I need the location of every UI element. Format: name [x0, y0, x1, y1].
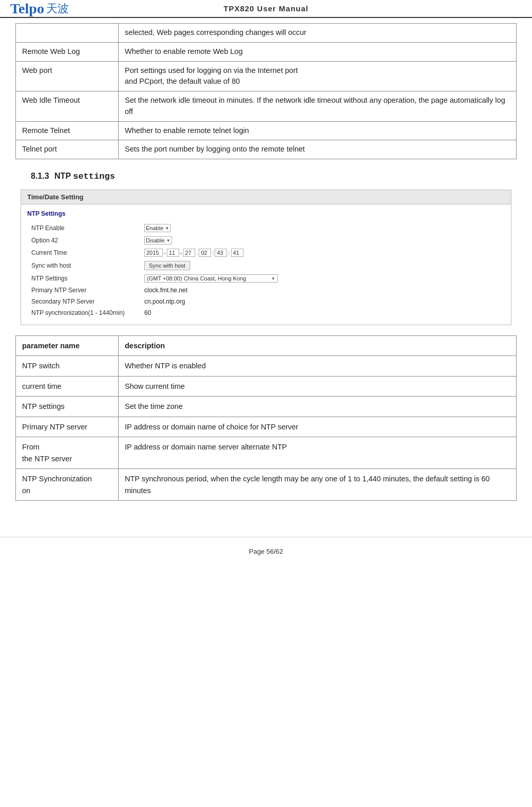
time-separator: : — [212, 250, 214, 256]
table-row — [16, 24, 119, 43]
screenshot-section-label: NTP Settings — [27, 209, 505, 219]
time-separator: : — [228, 250, 230, 256]
param-description: Show current time — [119, 376, 517, 396]
param-table-header: parameter name — [16, 336, 119, 356]
top-table: selected, Web pages corresponding change… — [15, 23, 517, 159]
param-name: Fromthe NTP server — [16, 437, 119, 469]
logo-text: Telpo — [10, 1, 44, 17]
param-name: NTP switch — [16, 356, 119, 376]
screenshot-field-value: (GMT +08:00) China Coast, Hong Kong — [140, 272, 505, 285]
screenshot-panel-title: Time/Date Setting — [21, 190, 511, 204]
screenshot-field-value[interactable]: Enable — [140, 222, 505, 234]
time-value: 2015 — [144, 249, 163, 257]
param-name: NTP Synchronizationon — [16, 469, 119, 501]
page-footer: Page 56/62 — [0, 537, 532, 560]
main-content: selected, Web pages corresponding change… — [0, 18, 532, 521]
page-header: Telpo 天波 TPX820 User Manual — [0, 0, 532, 18]
screenshot-table: NTP EnableEnableOption 42DisableCurrent … — [27, 222, 505, 318]
table-row: Port settings used for logging on via th… — [119, 61, 517, 91]
table-row: Set the network idle timeout in minutes.… — [119, 91, 517, 122]
screenshot-field-label: NTP Enable — [27, 222, 140, 234]
screenshot-button[interactable]: Sync with host — [144, 261, 190, 270]
section-title: settings — [73, 172, 115, 181]
table-row: Whether to enable remote Web Log — [119, 42, 517, 61]
time-separator: . — [196, 250, 198, 256]
header-title: TPX820 User Manual — [223, 4, 309, 13]
table-row: selected, Web pages corresponding change… — [119, 24, 517, 43]
param-table: parameter namedescriptionNTP switchWheth… — [15, 335, 517, 501]
table-row: Whether to enable remote telnet login — [119, 121, 517, 140]
table-row: Remote Web Log — [16, 42, 119, 61]
param-name: NTP settings — [16, 397, 119, 417]
screenshot-field-value: cn.pool.ntp.org — [140, 296, 505, 307]
screenshot-body: NTP Settings NTP EnableEnableOption 42Di… — [21, 204, 511, 325]
logo: Telpo 天波 — [10, 1, 69, 17]
param-name: Primary NTP server — [16, 417, 119, 437]
screenshot-text-value: cn.pool.ntp.org — [144, 298, 185, 305]
param-description: Whether NTP is enabled — [119, 356, 517, 376]
time-value: 43 — [215, 249, 227, 257]
param-description: Set the time zone — [119, 397, 517, 417]
screenshot-field-label: Sync with host — [27, 259, 140, 272]
time-separator: - — [164, 250, 166, 256]
time-separator: - — [180, 250, 182, 256]
screenshot-panel: Time/Date Setting NTP Settings NTP Enabl… — [21, 190, 511, 325]
param-name: current time — [16, 376, 119, 396]
screenshot-text-value: clock.fmt.he.net — [144, 287, 187, 294]
table-row: Telnet port — [16, 140, 119, 159]
screenshot-field-value[interactable]: Disable — [140, 234, 505, 247]
screenshot-text-value: 60 — [144, 309, 151, 316]
time-value: 41 — [231, 249, 243, 257]
logo-sub: 天波 — [46, 1, 69, 16]
param-table-header: description — [119, 336, 517, 356]
screenshot-field-label: Secondary NTP Server — [27, 296, 140, 307]
screenshot-field-label: NTP synchronization(1 - 1440min) — [27, 307, 140, 318]
table-row: Remote Telnet — [16, 121, 119, 140]
table-row: Web Idle Timeout — [16, 91, 119, 122]
time-value: 02 — [199, 249, 211, 257]
screenshot-select[interactable]: Disable — [144, 236, 172, 245]
screenshot-field-label: NTP Settings — [27, 272, 140, 285]
screenshot-field-value: 60 — [140, 307, 505, 318]
param-description: IP address or domain name server alterna… — [119, 437, 517, 469]
screenshot-field-value: clock.fmt.he.net — [140, 285, 505, 296]
screenshot-select[interactable]: Enable — [144, 224, 170, 232]
param-description: IP address or domain name of choice for … — [119, 417, 517, 437]
screenshot-field-label: Current Time — [27, 247, 140, 259]
screenshot-field-value[interactable]: Sync with host — [140, 259, 505, 272]
screenshot-field-label: Option 42 — [27, 234, 140, 247]
time-value: 27 — [183, 249, 195, 257]
table-row: Sets the port number by logging onto the… — [119, 140, 517, 159]
screenshot-field-label: Primary NTP Server — [27, 285, 140, 296]
footer-text: Page 56/62 — [249, 548, 283, 555]
screenshot-field-value: 2015 - 11 - 27 . 02 : 43 : 41 — [140, 247, 505, 259]
section-heading: 8.1.3 NTP settings — [31, 172, 517, 181]
table-row: Web port — [16, 61, 119, 91]
section-number: 8.1.3 — [31, 172, 49, 180]
time-value: 11 — [167, 249, 179, 257]
screenshot-dropdown[interactable]: (GMT +08:00) China Coast, Hong Kong — [144, 274, 278, 283]
param-description: NTP synchronous period, when the cycle l… — [119, 469, 517, 501]
